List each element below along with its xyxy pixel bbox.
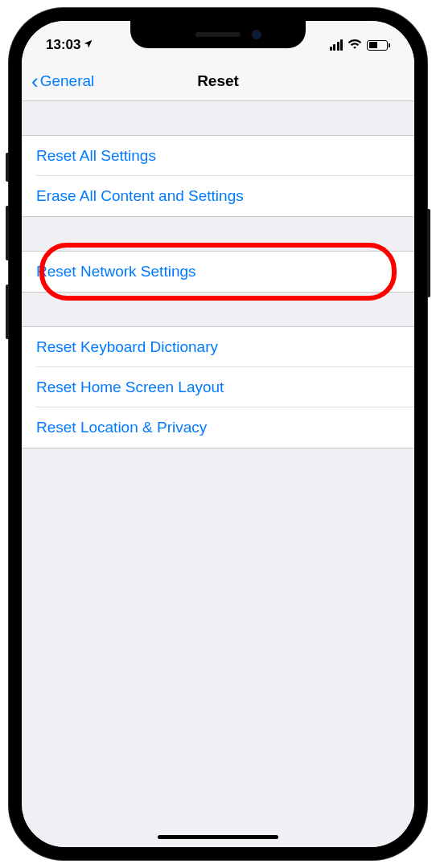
list-group-2: Reset Network Settings — [22, 251, 414, 293]
home-indicator[interactable] — [158, 835, 278, 839]
page-title: Reset — [197, 72, 239, 90]
status-time: 13:03 — [46, 37, 80, 53]
content: Reset All Settings Erase All Content and… — [22, 101, 414, 847]
location-icon — [83, 39, 93, 51]
screen: 13:03 — [22, 21, 414, 847]
back-label: General — [40, 72, 95, 90]
chevron-left-icon: ‹ — [31, 71, 39, 92]
list-group-3: Reset Keyboard Dictionary Reset Home Scr… — [22, 326, 414, 448]
back-button[interactable]: ‹ General — [31, 71, 94, 92]
notch — [130, 21, 306, 48]
erase-all-content[interactable]: Erase All Content and Settings — [22, 176, 414, 216]
reset-location-privacy[interactable]: Reset Location & Privacy — [22, 407, 414, 448]
reset-all-settings[interactable]: Reset All Settings — [22, 136, 414, 176]
nav-bar: ‹ General Reset — [22, 61, 414, 101]
cellular-signal-icon — [330, 39, 343, 51]
reset-keyboard-dictionary[interactable]: Reset Keyboard Dictionary — [22, 327, 414, 367]
battery-icon — [367, 40, 390, 51]
list-group-1: Reset All Settings Erase All Content and… — [22, 135, 414, 217]
phone-frame: 13:03 — [9, 8, 427, 860]
reset-network-settings[interactable]: Reset Network Settings — [22, 252, 414, 292]
wifi-icon — [348, 38, 362, 52]
reset-home-screen-layout[interactable]: Reset Home Screen Layout — [22, 367, 414, 407]
